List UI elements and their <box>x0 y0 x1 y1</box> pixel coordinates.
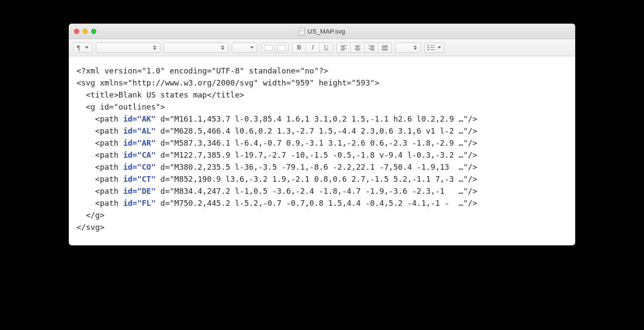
window-title-wrap: US_MAP.svg <box>69 28 575 35</box>
text-editor-window: US_MAP.svg ¶ B I U <box>69 24 575 245</box>
paragraph-style-dropdown[interactable]: ¶ <box>73 43 92 53</box>
toolbar: ¶ B I U <box>69 39 575 56</box>
text-color-button[interactable] <box>261 43 275 53</box>
font-style-dropdown[interactable] <box>164 43 228 53</box>
align-right-button[interactable] <box>364 43 378 53</box>
minimize-icon[interactable] <box>83 29 88 34</box>
code-line: <path id="CO" d="M380.2,235.5 l-36,-3.5 … <box>77 162 477 171</box>
code-line: <path id="AK" d="M161.1,453.7 l-0.3,85.4… <box>77 114 477 123</box>
alignment-group <box>337 43 392 53</box>
code-line: <g id="outlines"> <box>77 102 165 111</box>
zoom-icon[interactable] <box>91 29 96 34</box>
document-icon <box>299 28 305 35</box>
code-line: <svg xmlns="http://www.w3.org/2000/svg" … <box>77 78 379 87</box>
bold-button[interactable]: B <box>292 43 306 53</box>
list-icon <box>427 45 435 50</box>
code-line: <?xml version="1.0" encoding="UTF-8" sta… <box>77 66 328 75</box>
code-line: </g> <box>77 211 104 220</box>
font-family-dropdown[interactable] <box>96 43 160 53</box>
text-format-group: B I U <box>292 43 333 53</box>
chevron-down-icon <box>85 46 89 49</box>
stepper-icon <box>221 46 224 50</box>
align-justify-button[interactable] <box>378 43 392 53</box>
highlight-color-button[interactable] <box>275 43 288 53</box>
align-justify-icon <box>382 45 388 50</box>
code-line: <path id="AR" d="M587.3,346.1 l-6.4,-0.7… <box>77 138 477 147</box>
code-line: <path id="AL" d="M628.5,466.4 l0.6,0.2 1… <box>77 126 477 135</box>
align-left-icon <box>341 45 347 50</box>
underline-button[interactable]: U <box>319 43 333 53</box>
align-center-button[interactable] <box>350 43 364 53</box>
align-right-icon <box>368 45 374 50</box>
align-center-icon <box>355 45 361 50</box>
chevron-down-icon <box>250 46 254 49</box>
align-left-button[interactable] <box>337 43 350 53</box>
traffic-lights <box>69 29 96 34</box>
color-swatch-icon <box>277 45 286 51</box>
editor-content[interactable]: <?xml version="1.0" encoding="UTF-8" sta… <box>69 56 575 245</box>
code-line: </svg> <box>77 223 104 232</box>
color-group <box>261 43 288 53</box>
code-line: <title>Blank US states map</title> <box>77 90 244 99</box>
list-style-dropdown[interactable] <box>424 43 444 53</box>
chevron-down-icon <box>438 46 441 49</box>
window-title: US_MAP.svg <box>307 28 345 35</box>
color-swatch-icon <box>264 45 273 51</box>
titlebar[interactable]: US_MAP.svg <box>69 24 575 39</box>
font-size-dropdown[interactable] <box>232 43 258 53</box>
stepper-icon <box>153 46 156 50</box>
close-icon[interactable] <box>74 29 79 34</box>
line-spacing-dropdown[interactable] <box>395 43 421 53</box>
stepper-icon <box>414 46 417 50</box>
pilcrow-icon: ¶ <box>77 44 80 51</box>
code-line: <path id="CA" d="M122.7,385.9 l-19.7,-2.… <box>77 150 477 159</box>
code-line: <path id="DE" d="M834.4,247.2 l-1,0.5 -3… <box>77 186 477 196</box>
code-line: <path id="CT" d="M852,190.9 l3.6,-3.2 1.… <box>77 174 477 183</box>
italic-button[interactable]: I <box>306 43 319 53</box>
code-line: <path id="FL" d="M750.2,445.2 l-5.2,-0.7… <box>77 199 477 208</box>
